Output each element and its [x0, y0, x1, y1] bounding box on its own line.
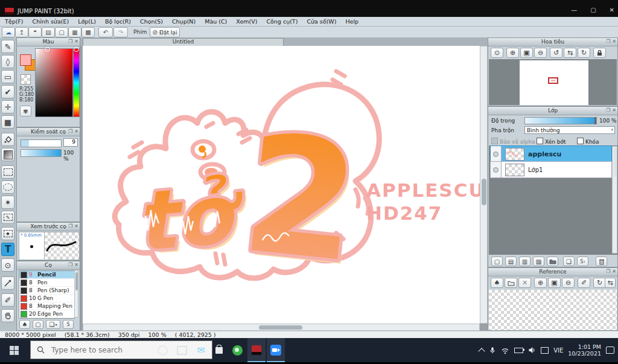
move-tool[interactable]: ✛ — [1, 100, 14, 113]
new-layer-1bit-button[interactable]: ▥ — [519, 257, 530, 266]
reference-zoom-out-button[interactable]: ⊖ — [562, 278, 575, 288]
menu-item-select[interactable]: Chọn(S) — [140, 18, 163, 25]
pen-stick-tool[interactable]: ✐ — [1, 293, 14, 307]
title-bar[interactable]: JUMP PAINT (32bit) — ▢ ✕ — [0, 0, 618, 17]
reference-rotate-button[interactable]: ↻ — [593, 278, 606, 288]
microphone-icon[interactable] — [489, 346, 496, 354]
eyedropper-tool[interactable] — [1, 276, 14, 290]
brush-row[interactable]: 8Pen — [19, 279, 74, 287]
brush-new-button[interactable]: ▢ — [33, 320, 43, 329]
document-icon[interactable]: ▢ — [55, 27, 68, 37]
curve-tool[interactable]: ✔ — [1, 85, 14, 98]
popout-icon[interactable]: ❐ — [68, 262, 72, 268]
hscroll-thumb[interactable] — [259, 325, 302, 330]
menu-item-view[interactable]: Xem(V) — [236, 18, 257, 25]
reference-open-button[interactable] — [505, 278, 517, 288]
sync-cloud-icon[interactable]: ☁ — [2, 27, 15, 37]
menu-item-window[interactable]: Cửa sổ(W) — [307, 18, 336, 25]
blend-mode-dropdown[interactable]: Bình thường ▾ — [524, 126, 615, 134]
reference-title-bar[interactable]: Reference ❐✕ — [488, 268, 617, 276]
rect-select-tool[interactable] — [1, 165, 14, 179]
bucket-tool[interactable] — [1, 133, 14, 146]
mail-app-button[interactable]: ✉ — [192, 338, 210, 362]
brush-import-button[interactable]: ♠ — [19, 320, 30, 329]
reference-picker-button[interactable]: ✐ — [578, 278, 590, 288]
undo-icon[interactable]: ↶ — [98, 27, 113, 37]
menu-item-filter[interactable]: Bộ lọc(R) — [105, 18, 131, 25]
close-icon[interactable]: ✕ — [74, 129, 78, 135]
fill-shape-tool[interactable]: ■ — [1, 115, 14, 129]
start-button[interactable] — [5, 338, 23, 362]
store-app-button[interactable] — [210, 338, 228, 362]
layer-opacity-slider[interactable] — [524, 117, 597, 124]
pixel-grid-icon[interactable]: ▩ — [81, 27, 95, 37]
action-center-icon[interactable] — [606, 346, 614, 354]
menu-item-layer[interactable]: Lớp(L) — [78, 18, 96, 25]
palette-button[interactable]: ✾ — [20, 106, 31, 117]
layout-list-icon[interactable]: ▦ — [68, 27, 81, 37]
comment-icon[interactable]: ❝ — [28, 27, 42, 37]
brush-control-title-bar[interactable]: Kiểm soát cọ ❐✕ — [17, 128, 80, 136]
network-icon[interactable] — [501, 346, 509, 354]
transform-draw-tool[interactable]: ✎ — [1, 211, 14, 224]
menu-item-color[interactable]: Màu (C) — [205, 18, 227, 25]
green-app-button[interactable] — [228, 338, 246, 362]
vscroll-thumb[interactable] — [482, 179, 486, 205]
menu-item-edit[interactable]: Chỉnh sửa(E) — [33, 18, 69, 25]
close-icon[interactable]: ✕ — [74, 262, 78, 268]
popout-icon[interactable]: ❐ — [68, 223, 72, 229]
language-indicator[interactable]: VIE — [553, 347, 563, 354]
jump-paint-app-button[interactable] — [247, 338, 266, 362]
brush-row[interactable]: 20Edge Pen — [19, 310, 74, 318]
brush-list-title-bar[interactable]: Cọ ❐✕ — [17, 261, 80, 270]
fit-view-button[interactable]: ▣ — [520, 48, 533, 58]
text-tool[interactable]: T — [1, 243, 14, 256]
brush-copy-button[interactable]: ❏▾ — [46, 320, 60, 329]
clip-checkbox[interactable]: Xén bớt — [537, 138, 566, 145]
canvas-vscrollbar[interactable] — [480, 46, 488, 324]
brush-row[interactable]: 10G Pen — [19, 295, 74, 302]
layer-visibility-toggle[interactable] — [491, 162, 502, 177]
canvas-artwork[interactable]: tở 2 tở 2 APPLESCU HD247 — [83, 46, 480, 324]
popout-icon[interactable]: ❐ — [68, 129, 72, 135]
zoom-select-tool[interactable]: ⊙ — [1, 258, 14, 272]
flip-view-button[interactable]: ⇆ — [564, 48, 576, 58]
close-icon[interactable]: ✕ — [74, 223, 78, 229]
layers-title-bar[interactable]: Lớp ❐✕ — [488, 107, 617, 115]
brush-row[interactable]: 8Pen (Sharp) — [19, 287, 74, 295]
reference-zoom-in-button[interactable]: ⊕ — [534, 278, 547, 288]
brush-row[interactable]: 8Mapping Pen — [19, 302, 74, 310]
navigator-title-bar[interactable]: Hoa tiêu ❐✕ — [488, 38, 617, 46]
tray-expand-icon[interactable] — [478, 348, 485, 354]
new-layer-button[interactable]: ▢ — [491, 257, 503, 266]
lock-view-button[interactable] — [593, 48, 606, 58]
lock-checkbox[interactable]: Khóa — [577, 138, 599, 145]
task-view-button[interactable] — [173, 338, 191, 362]
publish-icon[interactable]: ↥ — [15, 27, 28, 37]
maximize-icon[interactable]: ▢ — [590, 7, 596, 13]
scroll-thumb[interactable] — [614, 148, 617, 177]
saturation-value-picker[interactable] — [35, 48, 73, 117]
zoom-out-button[interactable]: ⊖ — [534, 48, 547, 58]
transparent-swatch[interactable] — [21, 74, 31, 85]
navigator-view-rect[interactable] — [548, 77, 558, 84]
brush-size-value[interactable]: 9 — [63, 138, 78, 147]
sv-marker[interactable] — [45, 46, 50, 52]
brush-size-slider[interactable] — [21, 139, 62, 147]
rotate-cw-button[interactable]: ↻ — [578, 48, 590, 58]
zoom-app-button[interactable] — [267, 338, 285, 362]
menu-item-tools[interactable]: Công cụ(T) — [266, 18, 298, 25]
layer-visibility-toggle[interactable] — [491, 146, 502, 162]
scroll-thumb[interactable] — [75, 272, 78, 290]
gradient-tool[interactable] — [1, 148, 14, 161]
hue-marker[interactable] — [74, 46, 79, 52]
close-icon[interactable]: ✕ — [610, 7, 614, 13]
close-icon[interactable]: ✕ — [612, 107, 616, 113]
message-board-icon[interactable]: ▤ — [42, 27, 55, 37]
magic-wand-tool[interactable]: ✶ — [1, 196, 14, 209]
brush-list-scrollbar[interactable] — [74, 270, 78, 318]
color-panel-title-bar[interactable]: Màu ❐✕ — [17, 38, 80, 46]
clock[interactable]: 1:01 PM 10/23/2021 — [568, 343, 601, 357]
brush-settings-button[interactable]: S — [63, 320, 74, 329]
cortana-button[interactable] — [153, 338, 171, 362]
